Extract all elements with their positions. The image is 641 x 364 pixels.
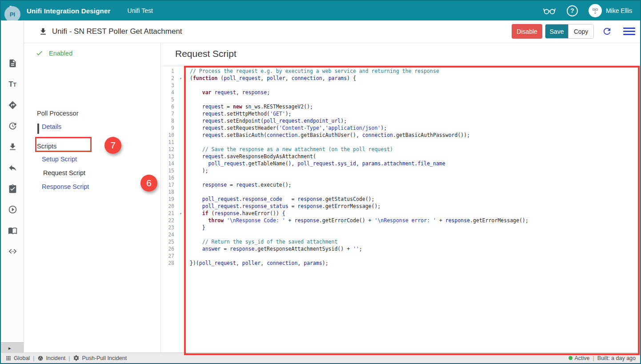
nav-item-details[interactable]: Details	[42, 123, 61, 130]
fold-arrow-icon[interactable]: ▾	[180, 75, 182, 82]
code-line: 4 var request, response;	[161, 89, 638, 96]
copy-button[interactable]: Copy	[568, 24, 593, 38]
code-lines: 1// Process the request e.g. by executin…	[161, 68, 638, 267]
history-icon[interactable]	[1, 116, 24, 136]
code-line: 19 poll_request.response_code = response…	[161, 196, 638, 203]
code-text[interactable]: (function (poll_request, poller, connect…	[184, 75, 356, 82]
separator: |	[593, 355, 594, 361]
code-text[interactable]: request.setHttpMethod('GET');	[184, 110, 292, 117]
code-text[interactable]	[184, 252, 190, 260]
line-number: 6	[161, 103, 184, 110]
help-icon[interactable]: ?	[567, 5, 578, 16]
code-text[interactable]	[184, 231, 190, 238]
refresh-icon[interactable]	[602, 26, 612, 38]
code-text[interactable]	[184, 82, 190, 89]
line-number: 9	[161, 124, 184, 132]
code-text[interactable]: answer = response.getResponseAttachmentS…	[184, 245, 362, 252]
line-number: 24	[161, 231, 184, 238]
record-toolbar: Unifi - SN REST Poller Get Attachment Di…	[1, 20, 640, 43]
code-line: 13 request.saveResponseBodyAsAttachment(	[161, 153, 638, 160]
document-icon[interactable]	[1, 53, 24, 74]
line-number: 2▾	[161, 75, 184, 82]
line-number: 22	[161, 217, 184, 224]
active-status-icon	[569, 356, 573, 360]
code-text[interactable]: request = new sn_ws.RESTMessageV2();	[184, 103, 313, 110]
code-text[interactable]: poll_request.response_status = response.…	[184, 203, 381, 210]
code-line: 9 request.setRequestHeader('Content-Type…	[161, 124, 638, 132]
separator: |	[68, 355, 70, 361]
code-text[interactable]: poll_request.getTableName(), poll_reques…	[184, 160, 445, 167]
code-text[interactable]	[184, 96, 190, 103]
code-line: 3	[161, 82, 638, 89]
scope-link[interactable]: Global	[5, 355, 30, 361]
line-number: 13	[161, 153, 184, 160]
download-icon[interactable]	[1, 136, 24, 157]
code-text[interactable]	[184, 139, 190, 146]
nav-item-response-script[interactable]: Response Script	[42, 183, 89, 190]
status-bar: Global | Incident | Push-Pull Incident A…	[1, 352, 640, 363]
docs-icon[interactable]	[1, 220, 24, 241]
code-text[interactable]: var request, response;	[184, 89, 270, 96]
text-style-icon[interactable]: TT	[1, 74, 24, 95]
line-number: 25	[161, 238, 184, 245]
user-menu[interactable]: Mike Ellis	[589, 4, 632, 17]
built-label: Built: a day ago	[597, 355, 636, 361]
disable-button[interactable]: Disable	[512, 24, 542, 39]
code-text[interactable]	[184, 188, 190, 196]
code-line: 26 answer = response.getResponseAttachme…	[161, 245, 638, 252]
integration-avatar[interactable]: PI	[4, 6, 20, 22]
code-line: 17 response = request.execute();	[161, 181, 638, 188]
line-number: 15	[161, 167, 184, 174]
code-text[interactable]: request.setEndpoint(poll_request.endpoin…	[184, 117, 347, 124]
code-text[interactable]: // Save the response as a new attachment…	[184, 146, 393, 153]
line-number: 19	[161, 196, 184, 203]
glasses-icon[interactable]	[543, 5, 556, 16]
save-button[interactable]: Save	[545, 24, 568, 38]
reply-icon[interactable]	[1, 157, 24, 178]
code-line: 2▾(function (poll_request, poller, conne…	[161, 75, 638, 82]
user-avatar-icon	[589, 4, 602, 17]
code-text[interactable]: // Return the sys_id of the saved attach…	[184, 238, 337, 245]
code-text[interactable]: request.setBasicAuth(connection.getBasic…	[184, 132, 470, 139]
line-number: 14	[161, 160, 184, 167]
line-number: 4	[161, 89, 184, 96]
code-icon[interactable]	[1, 241, 24, 262]
directions-icon[interactable]	[1, 95, 24, 116]
app-link[interactable]: Incident	[37, 355, 65, 361]
line-number: 8	[161, 117, 184, 124]
download-icon[interactable]	[39, 27, 48, 36]
line-number: 21▾	[161, 210, 184, 217]
code-text[interactable]: throw '\nResponse Code: ' + response.get…	[184, 217, 529, 224]
incident-app-icon	[37, 355, 44, 361]
burger-menu-icon[interactable]	[623, 28, 635, 37]
code-text[interactable]: }	[184, 224, 205, 231]
code-line: 21▾ if (response.haveError()) {	[161, 210, 638, 217]
process-link[interactable]: Push-Pull Incident	[73, 355, 127, 361]
run-icon[interactable]	[1, 199, 24, 220]
nav-section-poll-processor: Poll Processor	[37, 110, 78, 117]
code-text[interactable]: response = request.execute();	[184, 181, 292, 188]
code-text[interactable]: );	[184, 167, 208, 174]
code-text[interactable]: poll_request.response_code = response.ge…	[184, 196, 374, 203]
code-text[interactable]	[184, 174, 190, 181]
code-line: 22 throw '\nResponse Code: ' + response.…	[161, 217, 638, 224]
line-number: 5	[161, 96, 184, 103]
fold-arrow-icon[interactable]: ▾	[180, 210, 182, 217]
code-line: 20 poll_request.response_status = respon…	[161, 203, 638, 210]
user-name: Mike Ellis	[606, 7, 632, 14]
app-title: Unifi Integration Designer	[27, 7, 111, 15]
active-status-label: Active	[575, 355, 590, 361]
icon-rail: TT	[1, 20, 24, 352]
code-text[interactable]: request.saveResponseBodyAsAttachment(	[184, 153, 316, 160]
code-line: 11	[161, 139, 638, 146]
tasks-icon[interactable]	[1, 178, 24, 199]
code-editor[interactable]: 1// Process the request e.g. by executin…	[161, 68, 638, 352]
code-text[interactable]: // Process the request e.g. by executing…	[184, 68, 439, 75]
line-number: 3	[161, 82, 184, 89]
code-text[interactable]: request.setRequestHeader('Content-Type',…	[184, 124, 387, 132]
nav-item-setup-script[interactable]: Setup Script	[42, 156, 77, 163]
nav-item-request-script[interactable]: Request Script	[43, 169, 85, 176]
code-line: 27	[161, 252, 638, 260]
code-text[interactable]: if (response.haveError()) {	[184, 210, 285, 217]
code-text[interactable]: })(poll_request, poller, connection, par…	[184, 260, 329, 267]
